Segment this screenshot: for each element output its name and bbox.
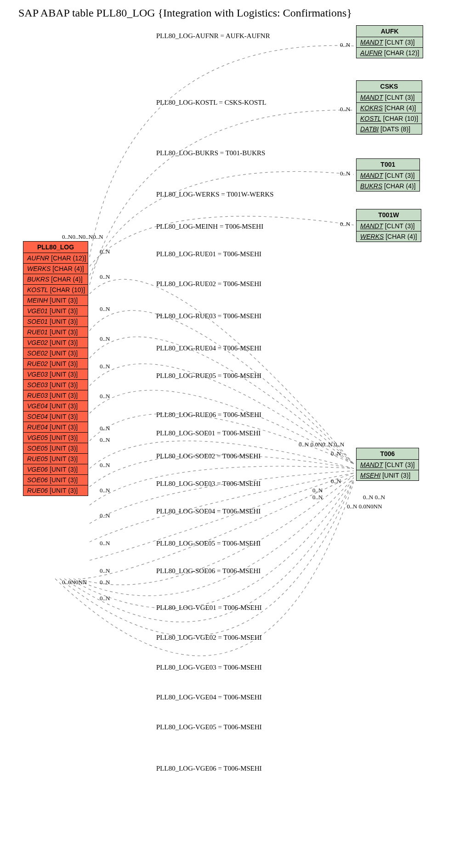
field-mandt: MANDT [CLNT (3)] (357, 460, 419, 470)
field-mandt: MANDT [CLNT (3)] (357, 221, 421, 231)
cardinality: 0..N (100, 273, 110, 281)
field-rue04: RUE04 [UNIT (3)] (23, 422, 88, 433)
cardinality: 0..N (340, 170, 350, 177)
field-soe04: SOE04 [UNIT (3)] (23, 411, 88, 422)
cardinality: 0..N 0..N (363, 494, 385, 501)
relation-label: PLL80_LOG-MEINH = T006-MSEHI (156, 223, 263, 231)
relation-label: PLL80_LOG-RUE02 = T006-MSEHI (156, 280, 261, 288)
entity-aufk: AUFKMANDT [CLNT (3)]AUFNR [CHAR (12)] (356, 25, 423, 58)
relation-label: PLL80_LOG-SOE06 = T006-MSEHI (156, 567, 260, 575)
cardinality: 0..N (100, 540, 110, 547)
relation-label: PLL80_LOG-VGE01 = T006-MSEHI (156, 604, 262, 612)
field-kokrs: KOKRS [CHAR (4)] (357, 103, 422, 113)
field-bukrs: BUKRS [CHAR (4)] (357, 181, 419, 191)
field-kostl: KOSTL [CHAR (10)] (357, 113, 422, 124)
field-datbi: DATBI [DATS (8)] (357, 124, 422, 134)
cardinality: 0..N 0.0N0..N 0..N (299, 441, 344, 448)
field-aufnr: AUFNR [CHAR (12)] (357, 48, 423, 58)
relation-label: PLL80_LOG-SOE02 = T006-MSEHI (156, 452, 260, 460)
relation-label: PLL80_LOG-VGE06 = T006-MSEHI (156, 765, 262, 772)
cardinality: 0..0N0NN (62, 579, 87, 586)
entity-pll80-log: PLL80_LOG AUFNR [CHAR (12)]WERKS [CHAR (… (23, 241, 88, 496)
cardinality: 0..N (100, 335, 110, 343)
field-soe06: SOE06 [UNIT (3)] (23, 475, 88, 485)
field-vge06: VGE06 [UNIT (3)] (23, 464, 88, 475)
relation-label: PLL80_LOG-VGE02 = T006-MSEHI (156, 634, 262, 642)
cardinality: 0..N (312, 487, 323, 494)
field-vge02: VGE02 [UNIT (3)] (23, 338, 88, 348)
entity-t001w: T001WMANDT [CLNT (3)]WERKS [CHAR (4)] (356, 209, 421, 242)
cardinality: 0..N (331, 450, 341, 457)
field-vge01: VGE01 [UNIT (3)] (23, 306, 88, 316)
cardinality: 0..N (331, 478, 341, 485)
relation-label: PLL80_LOG-SOE05 = T006-MSEHI (156, 540, 260, 547)
cardinality: 0..N (100, 248, 110, 255)
field-msehi: MSEHI [UNIT (3)] (357, 470, 419, 480)
cardinality: 0..N (340, 220, 350, 228)
cardinality: 0..N (100, 305, 110, 313)
field-aufnr: AUFNR [CHAR (12)] (23, 253, 88, 264)
relation-label: PLL80_LOG-RUE03 = T006-MSEHI (156, 312, 261, 320)
relation-label: PLL80_LOG-RUE01 = T006-MSEHI (156, 250, 261, 258)
field-soe05: SOE05 [UNIT (3)] (23, 443, 88, 454)
cardinality: 0..N0..N0..N0..N (62, 233, 103, 241)
cardinality: 0..N (340, 106, 350, 113)
cardinality: 0..N (340, 41, 350, 49)
field-soe03: SOE03 [UNIT (3)] (23, 380, 88, 390)
relation-label: PLL80_LOG-VGE04 = T006-MSEHI (156, 693, 262, 701)
field-rue01: RUE01 [UNIT (3)] (23, 327, 88, 338)
entity-header: T001W (357, 209, 421, 221)
cardinality: 0..N (100, 512, 110, 519)
field-vge04: VGE04 [UNIT (3)] (23, 401, 88, 411)
entity-header: CSKS (357, 81, 422, 92)
entity-header: PLL80_LOG (23, 242, 88, 253)
field-soe01: SOE01 [UNIT (3)] (23, 316, 88, 327)
cardinality: 0..N (312, 494, 323, 501)
entity-t006: T006MANDT [CLNT (3)]MSEHI [UNIT (3)] (356, 448, 419, 481)
relation-label: PLL80_LOG-SOE01 = T006-MSEHI (156, 429, 260, 437)
cardinality: 0..N (100, 436, 110, 444)
relation-label: PLL80_LOG-SOE04 = T006-MSEHI (156, 507, 260, 515)
relation-label: PLL80_LOG-BUKRS = T001-BUKRS (156, 149, 265, 157)
field-kostl: KOSTL [CHAR (10)] (23, 285, 88, 295)
field-mandt: MANDT [CLNT (3)] (357, 37, 423, 48)
field-mandt: MANDT [CLNT (3)] (357, 92, 422, 103)
cardinality: 0..N (100, 462, 110, 469)
cardinality: 0..N (100, 595, 110, 602)
relation-label: PLL80_LOG-AUFNR = AUFK-AUFNR (156, 32, 270, 40)
cardinality: 0..N (100, 425, 110, 432)
cardinality: 0..N (100, 487, 110, 494)
field-vge03: VGE03 [UNIT (3)] (23, 369, 88, 380)
relation-label: PLL80_LOG-SOE03 = T006-MSEHI (156, 480, 260, 488)
relation-label: PLL80_LOG-KOSTL = CSKS-KOSTL (156, 99, 266, 107)
page-title: SAP ABAP table PLL80_LOG {Integration wi… (18, 7, 352, 19)
field-rue05: RUE05 [UNIT (3)] (23, 454, 88, 464)
cardinality: 0..N (100, 579, 110, 586)
entity-header: T006 (357, 448, 419, 460)
relation-label: PLL80_LOG-VGE05 = T006-MSEHI (156, 723, 262, 731)
cardinality: 0..N 0.0N0NN (347, 503, 382, 510)
cardinality: 0..N (100, 393, 110, 400)
entity-header: T001 (357, 159, 419, 170)
cardinality: 0..N (100, 567, 110, 575)
relation-label: PLL80_LOG-RUE05 = T006-MSEHI (156, 372, 261, 380)
entity-header: AUFK (357, 26, 423, 37)
relation-label: PLL80_LOG-RUE04 = T006-MSEHI (156, 344, 261, 352)
relation-label: PLL80_LOG-RUE06 = T006-MSEHI (156, 411, 261, 419)
cardinality: 0..N (100, 363, 110, 370)
field-rue02: RUE02 [UNIT (3)] (23, 359, 88, 369)
field-werks: WERKS [CHAR (4)] (357, 231, 421, 242)
field-werks: WERKS [CHAR (4)] (23, 264, 88, 274)
field-rue03: RUE03 [UNIT (3)] (23, 390, 88, 401)
entity-t001: T001MANDT [CLNT (3)]BUKRS [CHAR (4)] (356, 158, 420, 192)
relation-label: PLL80_LOG-VGE03 = T006-MSEHI (156, 664, 262, 671)
field-vge05: VGE05 [UNIT (3)] (23, 433, 88, 443)
field-rue06: RUE06 [UNIT (3)] (23, 485, 88, 496)
field-meinh: MEINH [UNIT (3)] (23, 295, 88, 306)
entity-csks: CSKSMANDT [CLNT (3)]KOKRS [CHAR (4)]KOST… (356, 80, 422, 135)
relation-label: PLL80_LOG-WERKS = T001W-WERKS (156, 191, 274, 198)
field-mandt: MANDT [CLNT (3)] (357, 170, 419, 181)
field-soe02: SOE02 [UNIT (3)] (23, 348, 88, 359)
field-bukrs: BUKRS [CHAR (4)] (23, 274, 88, 285)
